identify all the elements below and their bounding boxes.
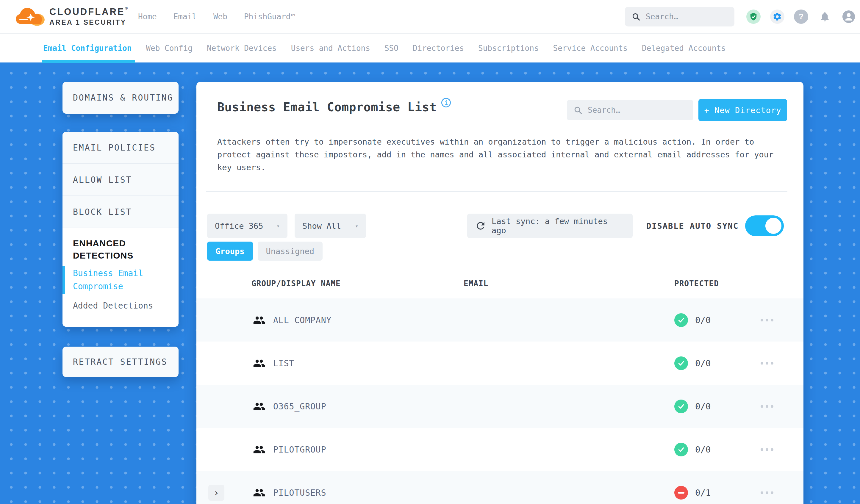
sidebar-item-retract-settings[interactable]: RETRACT SETTINGS (62, 347, 178, 377)
auto-sync-toggle[interactable] (745, 215, 784, 236)
app-screen: CLOUDFLARE® AREA 1 SECURITY Home Email W… (0, 0, 860, 504)
auto-sync-label: DISABLE AUTO SYNC (646, 214, 739, 238)
top-navigation: Home Email Web PhishGuard™ (138, 0, 295, 33)
protected-status-ok (674, 357, 688, 370)
sidebar-item-business-email-compromise[interactable]: Business Email Compromise (73, 267, 156, 293)
nav-item-phishguard[interactable]: PhishGuard™ (244, 12, 295, 21)
content-area: DOMAINS & ROUTING EMAIL POLICIES ALLOW L… (0, 62, 860, 504)
security-status-button[interactable] (746, 10, 761, 24)
check-icon (677, 446, 685, 453)
check-icon (677, 403, 685, 410)
protected-status-ok (674, 313, 688, 327)
sidebar-section-enhanced-detections: ENHANCED DETECTIONS Business Email Compr… (62, 228, 178, 327)
protected-status-blocked (674, 486, 688, 500)
table-header: GROUP/DISPLAY NAME EMAIL PROTECTED (197, 269, 803, 299)
groups-chip[interactable]: Groups (207, 242, 253, 261)
new-directory-button[interactable]: + New Directory (699, 99, 787, 121)
group-icon (253, 314, 266, 326)
show-filter-select[interactable]: Show All ▾ (295, 214, 366, 238)
sidebar-item-email-policies[interactable]: EMAIL POLICIES (62, 132, 178, 164)
tab-web-config[interactable]: Web Config (146, 34, 192, 63)
filters-row: Office 365 ▾ Show All ▾ Last sync: a few… (207, 214, 787, 238)
column-email: EMAIL (464, 269, 488, 299)
directory-select-value: Office 365 (215, 221, 263, 231)
nav-item-email[interactable]: Email (173, 12, 197, 21)
shield-check-icon (749, 12, 758, 21)
settings-button[interactable] (770, 10, 785, 24)
groups-table: GROUP/DISPLAY NAME EMAIL PROTECTED ALL C… (197, 269, 803, 504)
group-icon (253, 443, 266, 456)
unassigned-chip[interactable]: Unassigned (258, 242, 323, 261)
expand-row-button[interactable]: › (208, 485, 224, 501)
page-title: Business Email Compromise List (217, 100, 436, 114)
row-actions-menu[interactable] (761, 362, 773, 364)
sidebar-item-block-list[interactable]: BLOCK LIST (62, 196, 178, 228)
brand-text: CLOUDFLARE® AREA 1 SECURITY (49, 6, 128, 27)
show-filter-value: Show All (302, 221, 341, 231)
cloudflare-logo-icon (13, 3, 46, 29)
sidebar-item-allow-list[interactable]: ALLOW LIST (62, 164, 178, 196)
tab-directories[interactable]: Directories (413, 34, 464, 63)
info-icon[interactable]: i (441, 98, 451, 107)
sidebar-item-added-detections[interactable]: Added Detections (73, 301, 178, 311)
group-name: PILOTGROUP (273, 445, 327, 454)
tab-service-accounts[interactable]: Service Accounts (553, 34, 628, 63)
top-icon-row: ? (746, 10, 856, 24)
top-bar: CLOUDFLARE® AREA 1 SECURITY Home Email W… (0, 0, 860, 33)
list-search-input[interactable] (587, 105, 687, 115)
table-row: O365_GROUP 0/0 (197, 385, 803, 428)
table-row: › PILOTUSERS 0/1 (197, 471, 803, 504)
protected-count: 0/0 (695, 315, 711, 325)
global-search[interactable] (625, 7, 734, 27)
group-name: LIST (273, 358, 294, 368)
table-row: PILOTGROUP 0/0 (197, 428, 803, 471)
nav-item-web[interactable]: Web (213, 12, 227, 21)
row-actions-menu[interactable] (761, 319, 773, 321)
protected-status-ok (674, 400, 688, 413)
tab-delegated-accounts[interactable]: Delegated Accounts (642, 34, 726, 63)
brand-line2: AREA 1 SECURITY (49, 18, 128, 27)
directory-select[interactable]: Office 365 ▾ (207, 214, 287, 238)
protected-count: 0/0 (695, 445, 711, 455)
tab-users-and-actions[interactable]: Users and Actions (291, 34, 370, 63)
sidebar-item-enhanced-detections[interactable]: ENHANCED DETECTIONS (73, 237, 165, 261)
page-title-row: Business Email Compromise List i (217, 100, 451, 114)
table-row: LIST 0/0 (197, 342, 803, 385)
main-panel: Business Email Compromise List i + New D… (197, 82, 803, 504)
last-sync-status[interactable]: Last sync: a few minutes ago (467, 214, 633, 238)
help-button[interactable]: ? (794, 10, 808, 24)
protected-count: 0/0 (695, 358, 711, 368)
tab-subscriptions[interactable]: Subscriptions (478, 34, 539, 63)
tab-sso[interactable]: SSO (385, 34, 399, 63)
group-icon (253, 357, 266, 370)
protected-status-ok (674, 443, 688, 456)
sidebar-policies-card: EMAIL POLICIES ALLOW LIST BLOCK LIST ENH… (62, 132, 178, 327)
sidebar-item-domains-routing[interactable]: DOMAINS & ROUTING (62, 82, 178, 114)
config-tabs: Email Configuration Web Config Network D… (0, 33, 860, 62)
row-actions-menu[interactable] (761, 491, 773, 494)
group-name: PILOTUSERS (273, 488, 327, 498)
group-name: O365_GROUP (273, 401, 327, 411)
page-description: Attackers often try to impersonate execu… (217, 135, 777, 174)
row-actions-menu[interactable] (761, 448, 773, 451)
brand-line1: CLOUDFLARE® (49, 6, 128, 17)
group-icon (253, 400, 266, 413)
tab-email-configuration[interactable]: Email Configuration (43, 34, 131, 63)
chevron-right-icon: › (213, 487, 219, 498)
minus-icon (678, 492, 685, 493)
last-sync-text: Last sync: a few minutes ago (491, 217, 625, 235)
column-protected: PROTECTED (674, 269, 719, 299)
list-search[interactable] (567, 100, 693, 120)
row-actions-menu[interactable] (761, 405, 773, 408)
view-chips: Groups Unassigned (207, 242, 322, 261)
brand[interactable]: CLOUDFLARE® AREA 1 SECURITY (13, 3, 128, 29)
nav-item-home[interactable]: Home (138, 12, 157, 21)
table-row: ALL COMPANY 0/0 (197, 299, 803, 342)
notifications-button[interactable] (818, 10, 832, 24)
refresh-icon (475, 220, 486, 231)
tab-network-devices[interactable]: Network Devices (207, 34, 277, 63)
global-search-input[interactable] (645, 12, 728, 21)
column-group-display-name: GROUP/DISPLAY NAME (252, 269, 341, 299)
account-button[interactable] (842, 10, 856, 24)
toggle-knob (765, 218, 782, 234)
